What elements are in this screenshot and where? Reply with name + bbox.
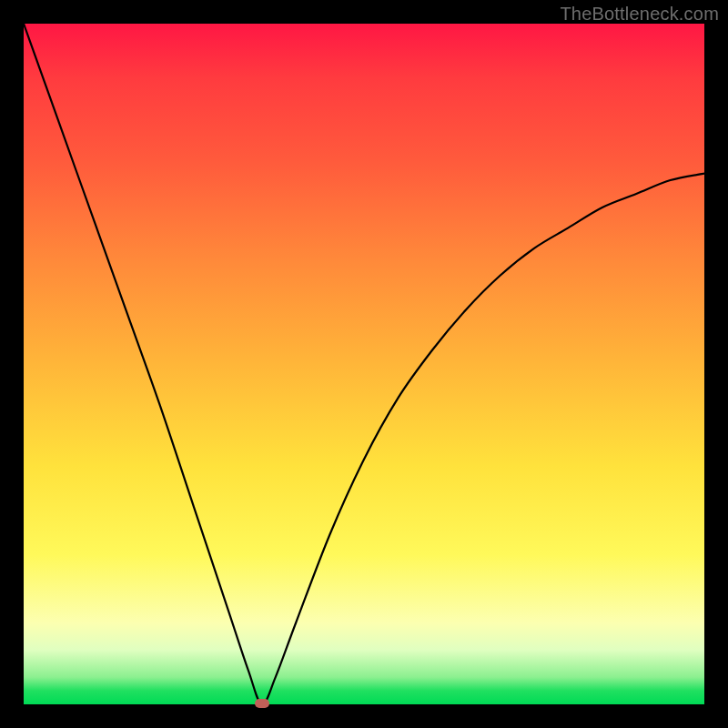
- watermark-text: TheBottleneck.com: [560, 4, 719, 25]
- chart-background-gradient: [24, 24, 704, 704]
- chart-frame: TheBottleneck.com: [0, 0, 728, 728]
- optimal-point-marker: [255, 699, 269, 708]
